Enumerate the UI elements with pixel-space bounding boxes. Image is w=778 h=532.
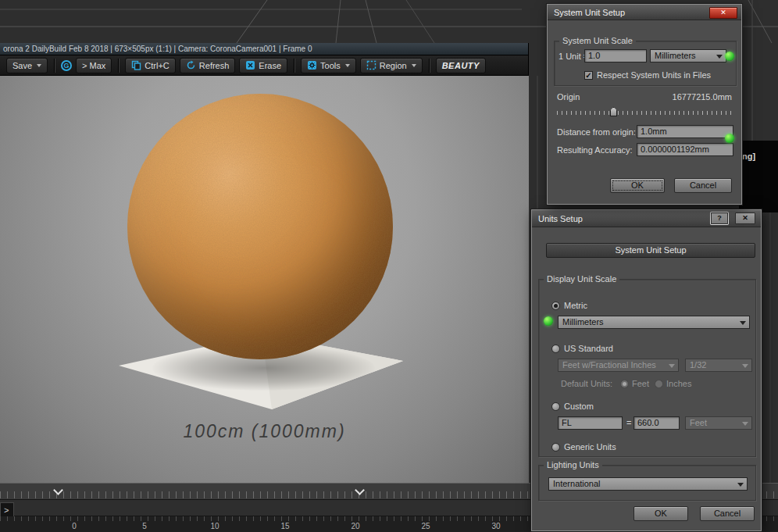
group-label: Lighting Units: [544, 460, 602, 470]
inches-radio: [655, 380, 663, 388]
accuracy-indicator: [725, 134, 734, 143]
tools-label: Tools: [320, 61, 341, 70]
accuracy-field[interactable]: 0.0000001192mm: [637, 143, 733, 156]
system-unit-scale-group: System Unit Scale 1 Unit = 1.0 Millimete…: [554, 41, 737, 86]
render-sphere: [127, 94, 393, 359]
dropdown-value: 1/32: [690, 360, 706, 370]
unit-value-field[interactable]: 1.0: [584, 49, 647, 62]
help-button[interactable]: ?: [711, 212, 728, 224]
corona-vfb-window: orona 2 DailyBuild Feb 8 2018 | 673×505p…: [0, 43, 529, 483]
feet-label: Feet: [632, 379, 649, 388]
fraction-dropdown: 1/32: [685, 359, 752, 372]
us-standard-label[interactable]: US Standard: [564, 344, 613, 353]
dropdown-value: Millimeters: [562, 317, 604, 327]
group-label: Display Unit Scale: [544, 274, 619, 284]
region-button[interactable]: Region: [360, 58, 423, 73]
custom-unit-dropdown: Feet: [685, 416, 752, 430]
render-element-button[interactable]: BEAUTY: [436, 58, 486, 73]
tools-button[interactable]: Tools: [301, 58, 356, 73]
distance-field[interactable]: 1.0mm: [637, 125, 733, 138]
group-label: System Unit Scale: [559, 36, 636, 45]
maxscript-mini-listener[interactable]: >: [0, 502, 14, 518]
chevron-down-icon: [669, 364, 675, 368]
viewport-label-panel: ng]: [739, 141, 778, 212]
erase-button[interactable]: Erase: [239, 58, 287, 73]
dropdown-value: Feet w/Fractional Inches: [562, 360, 656, 370]
ok-button[interactable]: OK: [633, 506, 688, 521]
copy-label: Ctrl+C: [145, 61, 169, 70]
cancel-button[interactable]: Cancel: [700, 506, 755, 521]
us-unit-dropdown: Feet w/Fractional Inches: [558, 359, 679, 372]
region-label: Region: [380, 61, 407, 70]
accuracy-label: Resulting Accuracy:: [557, 145, 633, 155]
erase-label: Erase: [259, 61, 281, 70]
chevron-down-icon: [345, 64, 350, 67]
frame-number: 5: [142, 522, 147, 530]
inches-label: Inches: [666, 379, 691, 388]
origin-slider-track[interactable]: [557, 111, 733, 115]
custom-label[interactable]: Custom: [564, 402, 594, 411]
chevron-down-icon: [716, 55, 723, 59]
system-unit-setup-dialog: System Unit Setup ✕ System Unit Scale 1 …: [547, 4, 742, 205]
viewport-label-fragment: ng]: [742, 152, 755, 161]
gamma-icon[interactable]: G: [61, 60, 72, 71]
region-marquee-icon: [366, 60, 377, 70]
frame-number: 20: [351, 522, 359, 530]
metric-label[interactable]: Metric: [564, 301, 587, 310]
frame-number: 10: [210, 522, 219, 530]
origin-label: Origin: [557, 92, 580, 102]
dropdown-value: Feet: [690, 418, 707, 427]
ok-button[interactable]: OK: [610, 178, 665, 193]
system-unit-setup-button[interactable]: System Unit Setup: [546, 243, 755, 258]
toolbar-separator: [429, 59, 430, 73]
custom-radio[interactable]: [551, 402, 560, 411]
close-button[interactable]: ✕: [735, 212, 755, 224]
dropdown-value: Millimeters: [655, 51, 696, 60]
chevron-down-icon: [740, 321, 746, 325]
lighting-units-dropdown[interactable]: International: [548, 477, 748, 491]
us-standard-radio[interactable]: [551, 345, 560, 353]
distance-label: Distance from origin:: [557, 127, 636, 137]
max-toggle-label: > Max: [82, 61, 105, 70]
custom-value-field[interactable]: 660.0: [633, 416, 680, 430]
close-button[interactable]: ✕: [709, 7, 737, 19]
lighting-units-group: Lighting Units International: [538, 465, 756, 501]
erase-x-icon: [245, 60, 255, 70]
frame-number: 25: [421, 522, 430, 530]
respect-units-checkbox[interactable]: ✓: [584, 71, 593, 80]
units-setup-dialog: Units Setup ? ✕ System Unit Setup Displa…: [531, 209, 762, 531]
cancel-button[interactable]: Cancel: [674, 178, 732, 193]
toolbar-separator: [294, 59, 294, 73]
metric-radio[interactable]: [551, 302, 560, 310]
save-button[interactable]: Save: [6, 58, 48, 73]
clipboard-copy-icon: [131, 60, 141, 70]
origin-value: 16777215.0mm: [673, 92, 732, 102]
metric-unit-dropdown[interactable]: Millimeters: [558, 316, 750, 329]
scale-caption: 100cm (1000mm): [0, 421, 529, 442]
render-element-label: BEAUTY: [442, 61, 480, 70]
display-unit-indicator: [544, 316, 553, 326]
vfb-titlebar[interactable]: orona 2 DailyBuild Feb 8 2018 | 673×505p…: [0, 43, 528, 55]
refresh-label: Refresh: [199, 61, 230, 70]
toolbar-separator: [54, 59, 55, 73]
frame-number: 30: [491, 522, 500, 530]
custom-name-field[interactable]: FL: [558, 416, 623, 430]
gear-icon: [307, 60, 317, 70]
respect-units-label[interactable]: Respect System Units in Files: [597, 70, 711, 80]
generic-units-label[interactable]: Generic Units: [564, 442, 616, 452]
save-label: Save: [12, 61, 32, 70]
chevron-down-icon: [742, 422, 748, 426]
chevron-down-icon: [412, 64, 416, 67]
vfb-toolbar: Save G > Max Ctrl+C Refresh: [0, 55, 528, 76]
frame-number: 0: [72, 522, 77, 530]
generic-units-radio[interactable]: [551, 443, 560, 452]
copy-button[interactable]: Ctrl+C: [125, 58, 175, 73]
max-toggle-button[interactable]: > Max: [76, 58, 112, 73]
dropdown-value: International: [553, 479, 601, 488]
unit-type-dropdown[interactable]: Millimeters: [650, 49, 726, 62]
display-unit-scale-group: Display Unit Scale Metric Millimeters US…: [538, 279, 756, 457]
origin-slider-handle[interactable]: [610, 107, 617, 116]
frame-number: 15: [280, 522, 289, 530]
refresh-button[interactable]: Refresh: [180, 58, 236, 73]
default-units-label: Default Units:: [561, 379, 612, 388]
